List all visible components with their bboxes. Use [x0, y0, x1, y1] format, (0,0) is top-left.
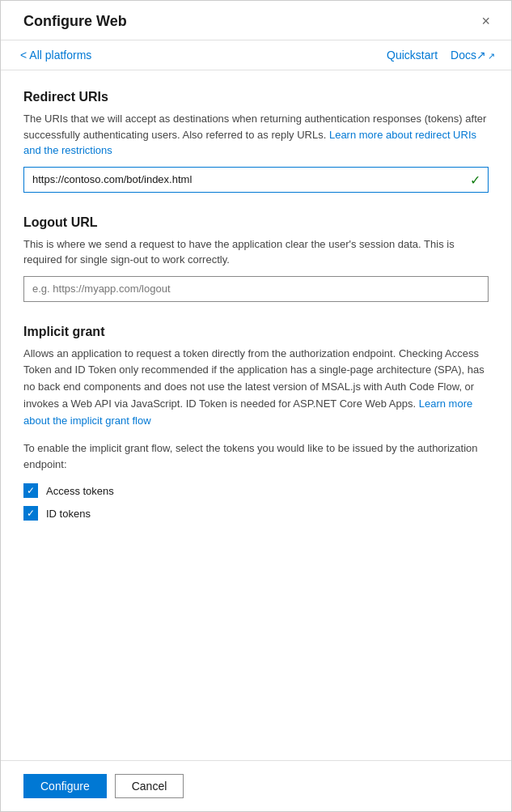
close-button[interactable]: ×: [476, 12, 495, 30]
configure-button[interactable]: Configure: [23, 774, 107, 798]
implicit-grant-enable-text: To enable the implicit grant flow, selec…: [23, 440, 489, 472]
token-checkboxes: ✓ Access tokens ✓ ID tokens: [23, 483, 489, 521]
redirect-uri-checkmark: ✓: [470, 172, 480, 187]
id-tokens-label: ID tokens: [46, 508, 91, 520]
access-tokens-checkbox-item[interactable]: ✓ Access tokens: [23, 483, 489, 498]
docs-link[interactable]: Docs↗: [451, 49, 495, 62]
id-tokens-checkbox[interactable]: ✓: [23, 506, 38, 521]
all-platforms-link[interactable]: < All platforms: [20, 49, 91, 62]
dialog-title: Configure Web: [23, 13, 127, 30]
logout-url-input-wrapper: [23, 276, 489, 302]
logout-url-desc: This is where we send a request to have …: [23, 236, 489, 268]
access-tokens-checkbox[interactable]: ✓: [23, 483, 38, 498]
access-tokens-check-icon: ✓: [27, 486, 35, 495]
dialog-content: Redirect URIs The URIs that we will acce…: [1, 70, 511, 760]
nav-links: Quickstart Docs↗: [387, 49, 495, 62]
redirect-uri-input[interactable]: [23, 167, 489, 193]
nav-bar: < All platforms Quickstart Docs↗: [1, 40, 511, 70]
cancel-button[interactable]: Cancel: [115, 774, 184, 798]
logout-url-title: Logout URL: [23, 215, 489, 230]
quickstart-link[interactable]: Quickstart: [387, 49, 438, 62]
logout-url-input[interactable]: [23, 276, 489, 302]
configure-web-dialog: Configure Web × < All platforms Quicksta…: [0, 0, 512, 812]
access-tokens-label: Access tokens: [46, 485, 114, 497]
implicit-grant-title: Implicit grant: [23, 325, 489, 339]
id-tokens-check-icon: ✓: [27, 508, 35, 518]
dialog-header: Configure Web ×: [1, 1, 511, 40]
implicit-grant-section: Implicit grant Allows an application to …: [23, 325, 489, 521]
dialog-footer: Configure Cancel: [1, 760, 511, 811]
redirect-uris-title: Redirect URIs: [23, 90, 489, 104]
redirect-uri-input-wrapper: ✓: [23, 167, 489, 193]
redirect-uris-desc: The URIs that we will accept as destinat…: [23, 111, 489, 159]
redirect-uris-section: Redirect URIs The URIs that we will acce…: [23, 90, 489, 193]
logout-url-section: Logout URL This is where we send a reque…: [23, 215, 489, 302]
id-tokens-checkbox-item[interactable]: ✓ ID tokens: [23, 506, 489, 521]
implicit-grant-desc: Allows an application to request a token…: [23, 346, 489, 430]
